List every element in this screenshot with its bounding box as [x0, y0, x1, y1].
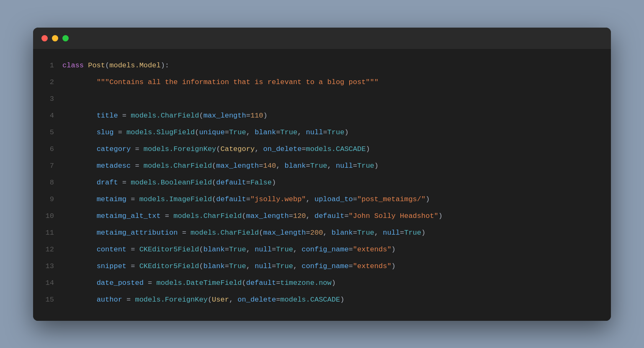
- line-content-2: """Contains all the information that is …: [62, 75, 379, 90]
- line-number-2: 2: [33, 75, 62, 90]
- line-content-8: draft = models.BooleanField(default=Fals…: [62, 176, 276, 190]
- line-content-12: content = CKEditor5Field(blank=True, nul…: [62, 243, 396, 257]
- code-line-5: 5 slug = models.SlugField(unique=True, b…: [33, 124, 611, 141]
- line-number-5: 5: [33, 125, 62, 140]
- code-editor-window: 1 class Post(models.Model): 2 """Contain…: [33, 28, 611, 321]
- line-number-1: 1: [33, 59, 62, 73]
- line-number-12: 12: [33, 243, 62, 257]
- code-line-7: 7 metadesc = models.CharField(max_length…: [33, 158, 611, 174]
- line-number-13: 13: [33, 259, 62, 274]
- line-number-6: 6: [33, 142, 62, 156]
- line-number-9: 9: [33, 192, 62, 207]
- line-number-3: 3: [33, 92, 62, 106]
- line-content-4: title = models.CharField(max_length=110): [62, 109, 268, 123]
- minimize-button[interactable]: [52, 35, 58, 41]
- line-number-8: 8: [33, 176, 62, 190]
- line-content-1: class Post(models.Model):: [62, 59, 169, 73]
- code-line-6: 6 category = models.ForeignKey(Category,…: [33, 141, 611, 158]
- close-button[interactable]: [41, 35, 48, 41]
- code-line-1: 1 class Post(models.Model):: [33, 57, 611, 74]
- line-number-11: 11: [33, 226, 62, 240]
- code-line-11: 11 metaimg_attribution = models.CharFiel…: [33, 225, 611, 241]
- line-content-5: slug = models.SlugField(unique=True, bla…: [62, 125, 349, 140]
- code-line-8: 8 draft = models.BooleanField(default=Fa…: [33, 174, 611, 191]
- code-area: 1 class Post(models.Model): 2 """Contain…: [33, 49, 611, 321]
- code-line-12: 12 content = CKEditor5Field(blank=True, …: [33, 241, 611, 258]
- code-line-10: 10 metaimg_alt_txt = models.CharField(ma…: [33, 208, 611, 225]
- code-line-2: 2 """Contains all the information that i…: [33, 74, 611, 91]
- line-content-15: author = models.ForeignKey(User, on_dele…: [62, 293, 344, 307]
- titlebar: [33, 28, 611, 49]
- code-line-9: 9 metaimg = models.ImageField(default="j…: [33, 191, 611, 208]
- line-content-6: category = models.ForeignKey(Category, o…: [62, 142, 370, 156]
- code-line-4: 4 title = models.CharField(max_length=11…: [33, 107, 611, 124]
- line-number-14: 14: [33, 276, 62, 290]
- line-number-10: 10: [33, 209, 62, 223]
- line-content-10: metaimg_alt_txt = models.CharField(max_l…: [62, 209, 443, 223]
- code-line-15: 15 author = models.ForeignKey(User, on_d…: [33, 292, 611, 308]
- code-line-3: 3: [33, 91, 611, 107]
- line-content-13: snippet = CKEditor5Field(blank=True, nul…: [62, 259, 396, 274]
- line-content-7: metadesc = models.CharField(max_length=1…: [62, 159, 379, 173]
- line-number-4: 4: [33, 109, 62, 123]
- line-number-15: 15: [33, 293, 62, 307]
- line-content-9: metaimg = models.ImageField(default="jso…: [62, 192, 430, 207]
- line-content-14: date_posted = models.DateTimeField(defau…: [62, 276, 336, 290]
- line-content-11: metaimg_attribution = models.CharField(m…: [62, 226, 425, 240]
- code-line-13: 13 snippet = CKEditor5Field(blank=True, …: [33, 258, 611, 275]
- code-line-14: 14 date_posted = models.DateTimeField(de…: [33, 275, 611, 292]
- line-number-7: 7: [33, 159, 62, 173]
- maximize-button[interactable]: [62, 35, 69, 41]
